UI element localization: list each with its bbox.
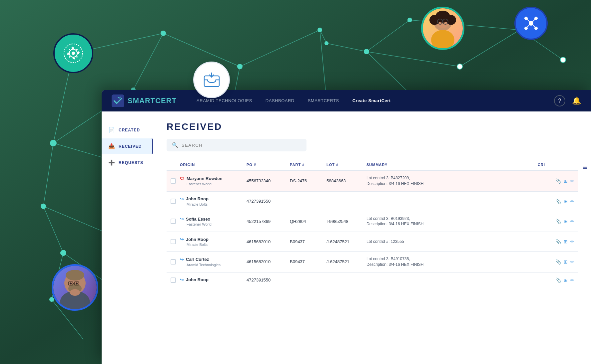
th-po: PO # bbox=[247, 163, 290, 167]
sidebar-item-received[interactable]: 📥 RECEIVED bbox=[102, 138, 153, 154]
page-title: RECEIVED bbox=[167, 121, 578, 132]
navbar-right: ? 🔔 bbox=[554, 95, 581, 106]
filter-icon[interactable]: ≡ bbox=[583, 163, 587, 172]
po-1: 4556732340 bbox=[247, 178, 290, 183]
nav-smartcerts[interactable]: SMARTCERTS bbox=[308, 98, 339, 103]
svg-point-39 bbox=[317, 28, 322, 32]
edit-icon-4[interactable]: ✏ bbox=[570, 239, 574, 244]
edit-icon-5[interactable]: ✏ bbox=[570, 259, 574, 265]
qr-icon-4[interactable]: ⊞ bbox=[564, 239, 568, 244]
attach-icon-5[interactable]: 📎 bbox=[555, 259, 561, 265]
svg-point-61 bbox=[457, 64, 462, 69]
table-row: ↪ John Roop 4727391550 📎 ⊞ ✏ bbox=[167, 273, 578, 288]
row-actions-1: 📎 ⊞ ✏ bbox=[538, 178, 578, 184]
svg-line-90 bbox=[526, 23, 531, 28]
received-icon: 📥 bbox=[108, 143, 115, 149]
summary-4: Lot control #: 123555 bbox=[366, 239, 538, 245]
nav-dashboard[interactable]: DASHBOARD bbox=[266, 98, 295, 103]
logo[interactable]: SMARTCERT bbox=[112, 94, 177, 107]
row-checkbox-6[interactable] bbox=[167, 277, 180, 283]
th-checkbox bbox=[167, 163, 180, 167]
nav-company[interactable]: ARAMID TECHNOLOGIES bbox=[197, 98, 252, 103]
person1-avatar bbox=[421, 7, 464, 50]
svg-point-63 bbox=[560, 57, 566, 63]
po-3: 4522157869 bbox=[247, 219, 290, 224]
attach-icon-6[interactable]: 📎 bbox=[555, 277, 561, 283]
origin-company-4: Miracle Bolts bbox=[180, 243, 247, 247]
table-header: ORIGIN PO # PART # LOT # SUMMARY CRI bbox=[167, 159, 578, 171]
attach-icon-4[interactable]: 📎 bbox=[555, 239, 561, 244]
edit-icon-1[interactable]: ✏ bbox=[570, 178, 574, 184]
svg-point-40 bbox=[324, 41, 328, 45]
qr-icon-1[interactable]: ⊞ bbox=[564, 178, 568, 184]
help-button[interactable]: ? bbox=[554, 95, 565, 106]
po-5: 4615682010 bbox=[247, 259, 290, 264]
svg-point-42 bbox=[407, 18, 412, 22]
sidebar-label-received: RECEIVED bbox=[119, 144, 142, 149]
qr-icon-6[interactable]: ⊞ bbox=[564, 277, 568, 283]
qr-icon-5[interactable]: ⊞ bbox=[564, 259, 568, 265]
table-row: ↪ John Roop Miracle Bolts 4727391550 📎 ⊞… bbox=[167, 192, 578, 211]
navbar-nav: ARAMID TECHNOLOGIES DASHBOARD SMARTCERTS… bbox=[197, 98, 554, 103]
origin-name-1: 🛡 Maryann Rowden bbox=[180, 176, 247, 181]
search-input[interactable] bbox=[182, 143, 301, 148]
edit-icon-2[interactable]: ✏ bbox=[570, 199, 574, 204]
person2-avatar bbox=[52, 264, 98, 311]
arrow-icon-3: ↪ bbox=[180, 216, 184, 222]
svg-point-38 bbox=[237, 64, 243, 69]
origin-name-4: ↪ John Roop bbox=[180, 237, 247, 242]
table-row: 🛡 Maryann Rowden Fastener World 45567323… bbox=[167, 171, 578, 192]
row-actions-4: 📎 ⊞ ✏ bbox=[538, 239, 578, 244]
part-1: DS-2476 bbox=[290, 178, 326, 183]
svg-point-100 bbox=[76, 282, 78, 284]
logo-part1: SMART bbox=[128, 96, 155, 105]
inbox-float-icon bbox=[193, 62, 230, 98]
origin-company-3: Fastener World bbox=[180, 222, 247, 226]
arrow-icon-5: ↪ bbox=[180, 257, 184, 262]
arrow-icon-6: ↪ bbox=[180, 277, 184, 282]
warning-icon-1: 🛡 bbox=[180, 176, 185, 181]
sidebar: 📄 CREATED 📥 RECEIVED ➕ REQUESTS bbox=[102, 111, 153, 364]
edit-icon-6[interactable]: ✏ bbox=[570, 277, 574, 283]
table: ORIGIN PO # PART # LOT # SUMMARY CRI 🛡 M… bbox=[167, 159, 578, 288]
attach-icon-2[interactable]: 📎 bbox=[555, 199, 561, 204]
attach-icon-1[interactable]: 📎 bbox=[555, 178, 561, 184]
qr-icon-3[interactable]: ⊞ bbox=[564, 219, 568, 224]
nav-create[interactable]: Create SmartCert bbox=[352, 98, 391, 103]
po-4: 4615682010 bbox=[247, 239, 290, 244]
sidebar-label-requests: REQUESTS bbox=[119, 160, 143, 165]
origin-name-5: ↪ Carl Cortez bbox=[180, 257, 247, 262]
origin-cell-1: 🛡 Maryann Rowden Fastener World bbox=[180, 176, 247, 186]
edit-icon-3[interactable]: ✏ bbox=[570, 219, 574, 224]
part-4: B09437 bbox=[290, 239, 326, 244]
origin-name-6: ↪ John Roop bbox=[180, 277, 247, 282]
row-checkbox-1[interactable] bbox=[167, 178, 180, 184]
summary-3: Lot control 3: B0193923,Description: 3/4… bbox=[366, 216, 538, 227]
part-5: B09437 bbox=[290, 259, 326, 264]
lot-5: J-62487521 bbox=[326, 259, 366, 264]
origin-cell-6: ↪ John Roop bbox=[180, 277, 247, 283]
svg-line-91 bbox=[531, 23, 536, 28]
sidebar-item-created[interactable]: 📄 CREATED bbox=[102, 122, 153, 138]
row-checkbox-5[interactable] bbox=[167, 259, 180, 265]
row-checkbox-3[interactable] bbox=[167, 219, 180, 224]
th-lot: LOT # bbox=[326, 163, 366, 167]
arrow-icon-2: ↪ bbox=[180, 196, 184, 202]
notification-bell[interactable]: 🔔 bbox=[572, 96, 581, 105]
origin-name-2: ↪ John Roop bbox=[180, 196, 247, 202]
th-summary: SUMMARY bbox=[366, 163, 538, 167]
lot-3: I-99852548 bbox=[326, 219, 366, 224]
logo-text: SMARTCERT bbox=[128, 96, 177, 105]
row-checkbox-4[interactable] bbox=[167, 239, 180, 244]
row-checkbox-2[interactable] bbox=[167, 199, 180, 204]
svg-line-88 bbox=[526, 18, 531, 23]
app-container: SMARTCERT ARAMID TECHNOLOGIES DASHBOARD … bbox=[102, 90, 591, 364]
network-float-icon bbox=[514, 7, 548, 40]
svg-rect-69 bbox=[77, 53, 79, 54]
th-origin: ORIGIN bbox=[180, 163, 247, 167]
attach-icon-3[interactable]: 📎 bbox=[555, 219, 561, 224]
sidebar-item-requests[interactable]: ➕ REQUESTS bbox=[102, 155, 153, 170]
created-icon: 📄 bbox=[108, 127, 115, 133]
qr-icon-2[interactable]: ⊞ bbox=[564, 199, 568, 204]
summary-1: Lot control 3: B4827209,Description: 3/4… bbox=[366, 175, 538, 187]
